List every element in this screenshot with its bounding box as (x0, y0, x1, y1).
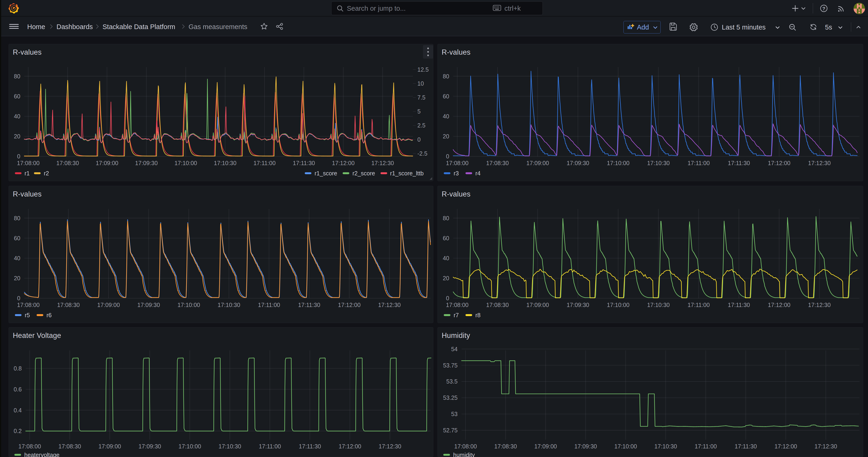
svg-text:17:10:30: 17:10:30 (647, 302, 670, 308)
svg-text:60: 60 (443, 235, 449, 241)
svg-text:r3: r3 (454, 170, 459, 177)
svg-text:17:11:00: 17:11:00 (687, 302, 710, 308)
svg-text:17:12:30: 17:12:30 (378, 443, 401, 450)
svg-text:17:09:30: 17:09:30 (566, 160, 589, 166)
svg-text:0: 0 (417, 136, 421, 143)
svg-text:17:09:30: 17:09:30 (138, 443, 161, 450)
svg-text:17:11:30: 17:11:30 (298, 302, 320, 308)
svg-text:r1: r1 (24, 170, 30, 177)
svg-text:17:08:00: 17:08:00 (19, 443, 41, 450)
svg-text:17:12:30: 17:12:30 (808, 160, 831, 166)
svg-text:17:09:00: 17:09:00 (526, 302, 549, 308)
svg-text:r7: r7 (454, 312, 459, 318)
svg-text:r4: r4 (475, 170, 480, 177)
svg-text:17:12:30: 17:12:30 (814, 443, 837, 450)
svg-text:40: 40 (14, 113, 20, 120)
svg-text:r2_score: r2_score (352, 170, 375, 177)
svg-text:17:08:30: 17:08:30 (58, 443, 81, 450)
svg-text:17:10:30: 17:10:30 (214, 160, 236, 166)
svg-text:80: 80 (443, 215, 449, 221)
svg-text:17:12:30: 17:12:30 (371, 160, 394, 166)
svg-text:17:09:30: 17:09:30 (135, 160, 158, 166)
svg-text:r2: r2 (44, 170, 49, 177)
svg-text:17:12:00: 17:12:00 (768, 160, 790, 166)
svg-text:17:08:30: 17:08:30 (56, 160, 79, 166)
svg-text:r1_score_lttb: r1_score_lttb (390, 170, 424, 177)
svg-text:humidity: humidity (453, 452, 475, 457)
svg-text:17:09:00: 17:09:00 (98, 443, 121, 450)
svg-text:17:10:00: 17:10:00 (174, 160, 197, 166)
svg-text:60: 60 (14, 93, 20, 99)
svg-text:17:08:30: 17:08:30 (57, 302, 80, 308)
svg-text:17:08:00: 17:08:00 (17, 302, 39, 308)
svg-text:r1_score: r1_score (314, 170, 337, 177)
svg-text:20: 20 (443, 133, 449, 140)
svg-text:17:10:30: 17:10:30 (654, 443, 677, 450)
svg-text:17:09:30: 17:09:30 (566, 302, 589, 308)
svg-text:17:10:00: 17:10:00 (177, 302, 200, 308)
svg-text:-2.5: -2.5 (417, 150, 427, 157)
svg-text:17:08:30: 17:08:30 (486, 302, 508, 308)
svg-text:17:08:00: 17:08:00 (454, 443, 477, 450)
svg-text:0.2: 0.2 (13, 428, 22, 434)
svg-text:r8: r8 (475, 312, 480, 318)
svg-text:17:09:00: 17:09:00 (526, 160, 549, 166)
svg-text:17:12:00: 17:12:00 (768, 302, 790, 308)
svg-text:0: 0 (446, 295, 449, 301)
svg-text:17:09:00: 17:09:00 (534, 443, 557, 450)
svg-text:17:09:00: 17:09:00 (96, 160, 118, 166)
svg-text:0.6: 0.6 (13, 386, 22, 393)
svg-text:0.4: 0.4 (13, 407, 22, 414)
svg-text:10: 10 (417, 80, 424, 87)
svg-text:53: 53 (451, 411, 458, 417)
svg-text:17:08:00: 17:08:00 (17, 160, 39, 166)
svg-text:17:11:00: 17:11:00 (253, 160, 276, 166)
svg-text:17:12:00: 17:12:00 (338, 443, 361, 450)
svg-text:17:08:30: 17:08:30 (494, 443, 517, 450)
svg-text:r5: r5 (25, 312, 30, 318)
svg-text:53.75: 53.75 (443, 362, 458, 369)
svg-text:17:11:30: 17:11:30 (735, 443, 757, 450)
svg-text:52.75: 52.75 (443, 427, 458, 433)
svg-text:0: 0 (17, 295, 20, 301)
svg-text:0: 0 (446, 153, 449, 159)
svg-text:20: 20 (14, 275, 20, 281)
svg-text:5: 5 (417, 108, 421, 115)
svg-text:17:11:30: 17:11:30 (727, 160, 750, 166)
svg-text:17:11:30: 17:11:30 (293, 160, 315, 166)
svg-text:17:10:00: 17:10:00 (607, 160, 629, 166)
svg-text:20: 20 (14, 133, 20, 140)
svg-text:60: 60 (14, 235, 20, 241)
svg-text:17:12:00: 17:12:00 (338, 302, 360, 308)
svg-text:60: 60 (443, 93, 449, 99)
svg-text:17:11:00: 17:11:00 (687, 160, 710, 166)
svg-text:0.8: 0.8 (13, 365, 22, 372)
svg-text:40: 40 (443, 113, 449, 120)
svg-text:17:12:00: 17:12:00 (332, 160, 354, 166)
svg-text:40: 40 (443, 255, 449, 262)
svg-text:17:10:30: 17:10:30 (218, 443, 241, 450)
svg-text:53.5: 53.5 (446, 378, 458, 385)
svg-text:7.5: 7.5 (417, 94, 425, 101)
svg-text:17:08:00: 17:08:00 (446, 302, 468, 308)
svg-text:heatervoltage: heatervoltage (24, 452, 60, 457)
svg-text:40: 40 (14, 255, 20, 262)
svg-text:12.5: 12.5 (417, 66, 429, 73)
svg-text:17:10:30: 17:10:30 (647, 160, 670, 166)
svg-text:80: 80 (14, 73, 20, 80)
svg-text:17:09:30: 17:09:30 (137, 302, 160, 308)
svg-text:17:11:00: 17:11:00 (694, 443, 717, 450)
svg-text:17:11:00: 17:11:00 (258, 302, 280, 308)
svg-text:20: 20 (443, 275, 449, 281)
svg-text:17:11:30: 17:11:30 (727, 302, 750, 308)
svg-text:17:12:00: 17:12:00 (774, 443, 797, 450)
svg-text:0: 0 (17, 153, 20, 159)
svg-text:17:10:30: 17:10:30 (218, 302, 240, 308)
svg-text:80: 80 (14, 215, 20, 221)
svg-text:17:11:30: 17:11:30 (299, 443, 321, 450)
svg-text:17:08:30: 17:08:30 (486, 160, 508, 166)
svg-text:2.5: 2.5 (417, 122, 425, 129)
svg-text:53.25: 53.25 (443, 394, 458, 401)
svg-text:17:08:00: 17:08:00 (446, 160, 468, 166)
svg-text:r6: r6 (46, 312, 52, 318)
